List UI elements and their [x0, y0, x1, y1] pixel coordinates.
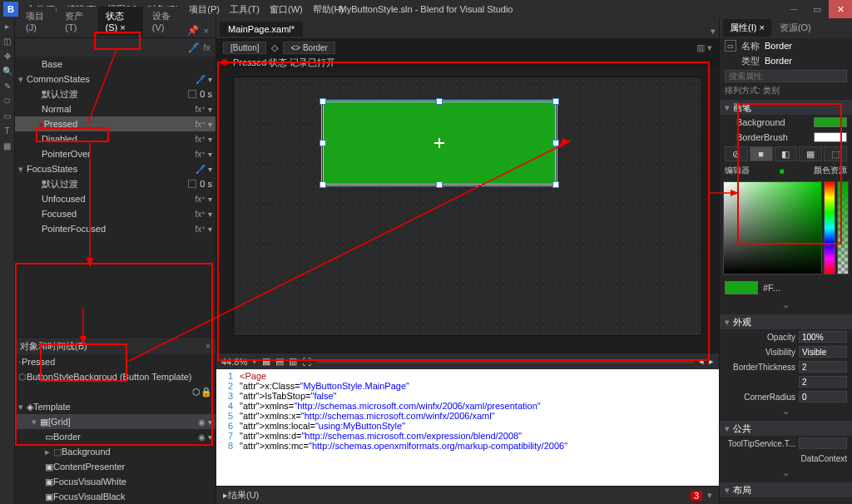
resize-handle[interactable]	[436, 181, 443, 188]
scrollbar-h[interactable]	[316, 360, 694, 363]
default-transition-focus[interactable]: 默认过渡 0 s	[15, 176, 215, 191]
tree-focusvisualblack[interactable]: ▣ FocusVisualBlack	[15, 489, 215, 504]
objects-template-root[interactable]: ⬡ ButtonStyleBackgroud (Button Template)	[15, 369, 215, 384]
thickness-input[interactable]	[799, 361, 847, 373]
objects-state[interactable]: ◦ Pressed	[15, 354, 215, 369]
resize-handle[interactable]	[552, 181, 559, 188]
tree-background[interactable]: ▸⬚ Background	[15, 444, 215, 459]
state-pointerfocused[interactable]: PointerFocusedfx⁺ ▾	[15, 221, 215, 236]
resize-handle[interactable]	[320, 98, 326, 105]
state-focused[interactable]: Focusedfx⁺ ▾	[15, 206, 215, 221]
search-input[interactable]	[725, 70, 847, 82]
design-canvas[interactable]	[216, 68, 719, 353]
state-base[interactable]: Base	[15, 57, 215, 72]
brush-solid[interactable]: ■	[750, 146, 773, 161]
panel-close[interactable]: ×	[201, 26, 212, 36]
close-icon[interactable]: ×	[120, 22, 125, 32]
visibility-input[interactable]	[799, 346, 847, 358]
fx-icon[interactable]: fx	[203, 42, 211, 52]
state-pointerover[interactable]: PointerOverfx⁺ ▾	[15, 146, 215, 161]
resize-handle[interactable]	[552, 98, 559, 105]
section-layout[interactable]: ▾布局	[720, 482, 852, 497]
tab-devices[interactable]: 设备(V)	[145, 7, 184, 36]
view-icon[interactable]: ⛶	[302, 357, 311, 367]
chrome-minimize[interactable]: ─	[782, 0, 805, 18]
split-icon[interactable]: ▥ ▾	[696, 42, 712, 53]
zoom-level[interactable]: 44.8%	[221, 357, 247, 367]
state-pressed[interactable]: ● Pressedfx⁺ ▾	[15, 116, 215, 131]
default-transition[interactable]: 默认过渡 0 s	[15, 86, 215, 101]
saturation-area[interactable]	[723, 181, 822, 274]
menu-window[interactable]: 窗口(W)	[265, 3, 308, 16]
selected-element[interactable]	[323, 101, 556, 185]
alpha-slider[interactable]	[837, 181, 849, 274]
tool-rect[interactable]: ▭	[0, 108, 14, 123]
scroll-right[interactable]: ▸	[709, 356, 714, 367]
view-icon[interactable]: ▦	[262, 356, 270, 367]
add-state-icon[interactable]: 🖊️	[188, 42, 200, 53]
crumb-border[interactable]: <> Border	[283, 42, 334, 54]
prop-borderbrush[interactable]: BorderBrush	[720, 130, 852, 145]
tool-brush[interactable]: ⬭	[0, 93, 14, 108]
section-common[interactable]: ▾公共	[720, 421, 852, 436]
state-group-common[interactable]: ▾CommonStates🖊️ ▾	[15, 72, 215, 86]
tool-eyedrop[interactable]: ✎	[0, 78, 14, 93]
tool-select[interactable]: ◫	[0, 33, 14, 48]
expand-appearance[interactable]: ⌄	[720, 404, 852, 418]
pin-icon[interactable]: 📌	[187, 25, 199, 36]
results-bar[interactable]: ▸ 结果(U) 3 ▾	[216, 486, 719, 504]
view-icon[interactable]: ▥	[289, 356, 297, 367]
tab-assets[interactable]: 资产(T)	[57, 7, 96, 36]
lock-icon[interactable]: 🔒	[201, 387, 212, 398]
sort-row[interactable]: 排列方式: 类别	[720, 83, 852, 98]
scope-icon[interactable]: ⬡	[192, 387, 201, 398]
tab-properties[interactable]: 属性(I) ×	[723, 19, 771, 37]
tree-border[interactable]: ▭ Border◉ ▾	[15, 429, 215, 444]
state-group-focus[interactable]: ▾FocusStates🖊️ ▾	[15, 161, 215, 176]
section-appearance[interactable]: ▾外观	[720, 314, 852, 329]
prop-background[interactable]: Background	[720, 115, 852, 130]
tab-states[interactable]: 状态(S) ×	[98, 7, 143, 36]
color-picker[interactable]	[720, 178, 852, 278]
thickness-input-2[interactable]	[799, 376, 847, 388]
brush-none[interactable]: ⊘	[725, 146, 748, 161]
section-brush[interactable]: ▾画笔	[720, 100, 852, 115]
tool-grid[interactable]: ▦	[0, 138, 14, 153]
code-editor[interactable]: 1<Page2 "attr">x:Class="MyButtonStyle.Ma…	[216, 369, 719, 486]
resize-handle[interactable]	[552, 140, 559, 146]
menu-tools[interactable]: 工具(T)	[225, 3, 265, 16]
state-unfocused[interactable]: Unfocusedfx⁺ ▾	[15, 191, 215, 206]
resize-handle[interactable]	[436, 98, 443, 105]
resize-handle[interactable]	[320, 140, 326, 146]
brush-gradient[interactable]: ◧	[775, 146, 798, 161]
chrome-restore[interactable]: ▭	[805, 0, 829, 18]
chrome-close[interactable]: ✕	[829, 0, 852, 18]
expand-brush[interactable]: ⌄	[720, 298, 852, 311]
tree-focusvisualwhite[interactable]: ▣ FocusVisualWhite	[15, 474, 215, 489]
results-collapse[interactable]: ▾	[707, 490, 712, 501]
objects-close[interactable]: ×	[206, 341, 211, 351]
objects-template-node[interactable]: ▾◈ Template	[15, 399, 215, 414]
opacity-input[interactable]	[799, 331, 847, 343]
tab-resources[interactable]: 资源(O)	[773, 19, 818, 37]
state-normal[interactable]: Normalfx⁺ ▾	[15, 101, 215, 116]
brush-resource[interactable]: ⬚	[824, 146, 847, 161]
tooltip-input[interactable]	[799, 437, 847, 449]
brush-tile[interactable]: ▦	[799, 146, 822, 161]
tab-project[interactable]: 项目(J)	[18, 7, 56, 36]
view-icon[interactable]: ▤	[275, 356, 284, 367]
menu-project[interactable]: 项目(P)	[184, 3, 225, 16]
tool-text[interactable]: T	[0, 123, 14, 138]
state-disabled[interactable]: Disabledfx⁺ ▾	[15, 131, 215, 146]
hue-slider[interactable]	[824, 181, 835, 274]
expand-common[interactable]: ⌄	[720, 466, 852, 479]
tree-contentpresenter[interactable]: ▣ ContentPresenter	[15, 459, 215, 474]
crumb-button[interactable]: [Button]	[223, 42, 266, 54]
tool-pointer[interactable]: ▸	[0, 18, 14, 33]
scroll-left[interactable]: ◂	[699, 356, 704, 367]
hex-value[interactable]: #F...	[763, 283, 780, 293]
tool-hand[interactable]: ✥	[0, 48, 14, 63]
doc-tab-mainpage[interactable]: MainPage.xaml*	[220, 22, 303, 37]
resize-handle[interactable]	[320, 181, 326, 188]
doc-dropdown-icon[interactable]: ▾	[711, 26, 716, 37]
